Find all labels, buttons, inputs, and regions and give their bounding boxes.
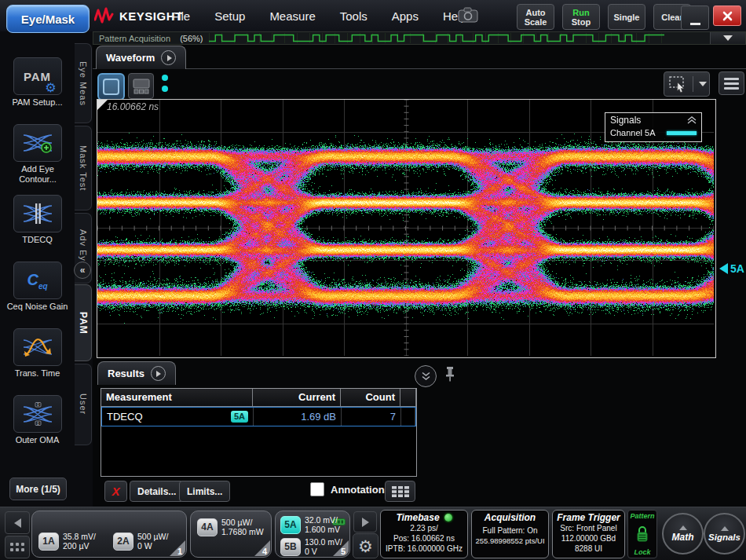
- single-display-layout-button[interactable]: [97, 73, 125, 101]
- acquisition-buttons: Auto Scale Run Stop Single Clear: [517, 4, 691, 30]
- screenshot-camera-icon[interactable]: [458, 7, 478, 26]
- timebase-position: Pos: 16.00662 ns: [381, 533, 467, 544]
- timebase-panel[interactable]: Timebase 2.23 ps/ Pos: 16.00662 ns IPTB:…: [380, 510, 468, 558]
- pam-setup-button[interactable]: PAM ⚙: [13, 57, 62, 95]
- run-label: Run: [572, 8, 589, 17]
- tdecq-button[interactable]: [13, 195, 62, 232]
- results-tab[interactable]: Results: [97, 361, 176, 385]
- collapse-chevron-icon[interactable]: [687, 116, 697, 124]
- channels-scroll-right-button[interactable]: [353, 511, 377, 533]
- keysight-logo-icon: [94, 7, 114, 24]
- channels-grid-button[interactable]: [5, 536, 30, 558]
- tab-eye-meas[interactable]: Eye Meas: [75, 43, 92, 123]
- table-row-tdecq[interactable]: TDECQ 5A 1.69 dB 7: [101, 407, 416, 426]
- arrow-up-icon: [679, 525, 687, 530]
- signals-button[interactable]: Signals: [704, 513, 745, 555]
- ceq-noise-gain-button[interactable]: Ceq: [13, 262, 62, 299]
- menu-file[interactable]: File: [171, 3, 190, 29]
- pattern-bar-dropdown-button[interactable]: [710, 32, 745, 44]
- channel-1a[interactable]: 1A 35.8 mV/ 200 µV: [38, 532, 96, 551]
- more-measurements-button[interactable]: More (1/5): [9, 478, 67, 500]
- channel-5a[interactable]: 5A 32.0 mV/ 1.600 mV: [280, 515, 340, 534]
- channel-5b-badge: 5B: [280, 538, 301, 556]
- pin-panel-button[interactable]: [444, 366, 455, 385]
- pattern-lock-bottom-label: Lock: [634, 548, 650, 556]
- channels-scroll-left-button[interactable]: [5, 511, 30, 534]
- minimize-button[interactable]: [681, 5, 709, 30]
- annotations-checkbox[interactable]: [310, 482, 324, 496]
- channel-group-5[interactable]: 5A 32.0 mV/ 1.600 mV 5B 130.0 mV/ 0 V 5: [275, 511, 350, 558]
- menu-tools[interactable]: Tools: [340, 3, 368, 29]
- chevron-down-icon: [723, 35, 733, 41]
- timebase-status-led: [444, 514, 452, 522]
- channel-5a-badge: 5A: [280, 516, 301, 534]
- sidebar-collapse-button[interactable]: «: [74, 262, 91, 279]
- channel-2a[interactable]: 2A 500 µW/ 0 W: [113, 532, 168, 551]
- channel-scale: 500 µW/: [137, 532, 168, 541]
- tab-user[interactable]: User: [75, 364, 92, 445]
- split-display-layout-button[interactable]: [128, 73, 154, 99]
- arrow-right-icon: [362, 518, 369, 527]
- transition-time-button[interactable]: [13, 328, 62, 366]
- menu-setup[interactable]: Setup: [214, 3, 245, 29]
- channel-group-4[interactable]: 4A 500 µW/ 1.7680 mW 4: [190, 511, 272, 558]
- chevron-down-icon: [699, 82, 707, 86]
- pattern-acquisition-bar[interactable]: Pattern Acquisition (56%): [93, 31, 746, 45]
- channel-5a-color-swatch: [667, 131, 697, 135]
- display-menu-button[interactable]: [719, 71, 744, 95]
- limits-button[interactable]: Limits...: [179, 481, 230, 502]
- grid-dots-icon: [10, 543, 24, 551]
- frame-trigger-panel[interactable]: Frame Trigger Src: Front Panel 112.00000…: [552, 510, 625, 558]
- delete-measurement-button[interactable]: X: [104, 481, 127, 502]
- panel-drag-handle[interactable]: [162, 75, 168, 92]
- eye-mask-mode-button[interactable]: Eye/Mask: [6, 5, 90, 33]
- channel-group-1[interactable]: 1A 35.8 mV/ 200 µV 2A 500 µW/ 0 W 1: [31, 511, 187, 558]
- tab-pam[interactable]: PAM: [75, 284, 92, 361]
- tab-mask-test[interactable]: Mask Test: [75, 126, 92, 210]
- run-stop-button[interactable]: Run Stop: [562, 4, 600, 30]
- legend-title: Signals: [610, 115, 641, 126]
- settings-gear-button[interactable]: ⚙: [353, 533, 378, 558]
- menubar: Eye/Mask KEYSIGHT File Setup Measure Too…: [0, 0, 746, 32]
- results-table-header: Measurement Current Count: [101, 389, 416, 407]
- table-scroll-column[interactable]: [400, 389, 416, 407]
- menu-measure[interactable]: Measure: [269, 3, 315, 29]
- results-tab-menu-icon[interactable]: [151, 366, 166, 381]
- auto-scale-label-1: Auto: [525, 8, 545, 17]
- waveform-tab-menu-icon[interactable]: [161, 50, 176, 65]
- channel-4a[interactable]: 4A 500 µW/ 1.7680 mW: [197, 518, 264, 536]
- sidebar-item-label: Ceq Noise Gain: [0, 302, 75, 312]
- add-eye-contour-button[interactable]: [13, 124, 62, 162]
- pattern-waveform-display: [209, 33, 664, 43]
- sidebar-item-tdecq: TDECQ: [0, 195, 75, 245]
- channel-5a-trace-marker[interactable]: 5A: [719, 262, 744, 275]
- channel-offset: 200 µV: [63, 541, 96, 551]
- auto-scale-button[interactable]: Auto Scale: [517, 4, 554, 30]
- details-button[interactable]: Details...: [130, 481, 184, 502]
- annotations-label: Annotations: [331, 484, 390, 496]
- single-label: Single: [613, 13, 639, 22]
- single-button[interactable]: Single: [608, 4, 645, 30]
- results-collapse-button[interactable]: [415, 365, 437, 387]
- table-view-icon: [391, 485, 410, 498]
- pattern-lock-indicator[interactable]: Pattern Lock: [627, 510, 657, 558]
- button-separator: [693, 76, 693, 92]
- close-button[interactable]: [713, 5, 741, 26]
- channel-offset: 1.7680 mW: [221, 527, 264, 536]
- minimize-icon: [690, 23, 700, 25]
- channel-1a-badge: 1A: [38, 533, 59, 551]
- signals-legend[interactable]: Signals Channel 5A: [605, 112, 702, 142]
- waveform-tab[interactable]: Waveform: [96, 46, 186, 69]
- menu-apps[interactable]: Apps: [392, 3, 419, 29]
- selection-tool-button[interactable]: [664, 71, 710, 97]
- results-view-mode-button[interactable]: [385, 481, 415, 502]
- acquisition-panel[interactable]: Acquisition Full Pattern: On 255.9899855…: [471, 510, 549, 558]
- outer-oma-button[interactable]: 0 0: [13, 395, 62, 433]
- sidebar-item-add-eye-contour: Add Eye Contour...: [0, 124, 75, 185]
- legend-entry-channel-5a[interactable]: Channel 5A: [610, 128, 697, 137]
- waveform-display-area[interactable]: 16.00662 ns Signals Channel 5A: [97, 99, 716, 358]
- close-icon: [722, 11, 733, 21]
- tab-divider: [93, 68, 746, 69]
- channel-scale: 32.0 mV/: [305, 515, 340, 525]
- math-button[interactable]: Math: [662, 513, 704, 555]
